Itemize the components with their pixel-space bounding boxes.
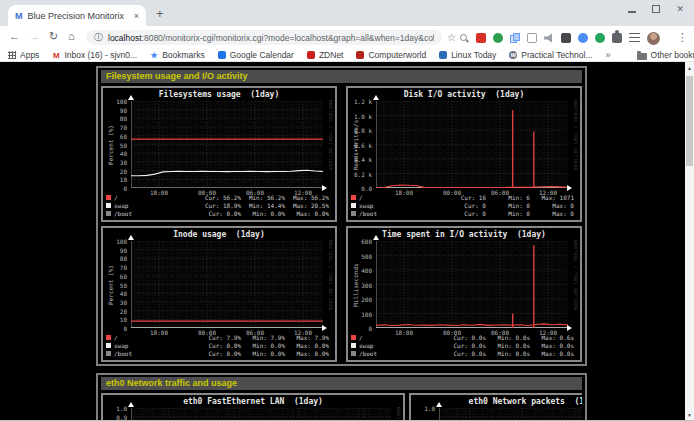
bookmark-item[interactable]: Google Calendar bbox=[218, 50, 294, 60]
close-button[interactable]: ✕ bbox=[676, 4, 684, 14]
legend-row: /Cur: 0.0sMin: 0.0sMax: 0.6s bbox=[348, 334, 580, 342]
chart-title: Inode usage (1day) bbox=[103, 230, 335, 239]
browser-menu-icon[interactable]: ⋮ bbox=[677, 31, 688, 44]
legend-stat: Cur: 18.9% bbox=[171, 202, 241, 209]
chart-panel-inode-usage[interactable]: Inode usage (1day)Percent (%)01020304050… bbox=[101, 226, 337, 362]
y-tick-label: 100 bbox=[103, 98, 127, 105]
plot-area bbox=[131, 101, 323, 188]
globe-extension-icon[interactable] bbox=[493, 33, 503, 43]
extensions-row bbox=[459, 31, 660, 45]
y-tick-label: 0.8 k bbox=[348, 127, 372, 134]
legend-stat: Cur: 0.0% bbox=[171, 342, 241, 349]
chart-panel-filesystems-usage[interactable]: Filesystems usage (1day)Percent (%)01020… bbox=[101, 86, 337, 222]
scroll-up-icon[interactable]: ▲ bbox=[685, 65, 694, 71]
rrdtool-watermark: RRDTOOL / TOBI OETIKER bbox=[573, 240, 578, 311]
chart-panel-eth0-packets[interactable]: eth0 Network packets (1day)Packets/s1.0R… bbox=[409, 393, 582, 421]
legend-stat: Min: 0 bbox=[490, 202, 530, 209]
legend-stat: Cur: 0.0% bbox=[171, 350, 241, 357]
chart-panel-disk-io[interactable]: Disk I/O activity (1day)Reads+Writes/s0.… bbox=[346, 86, 582, 222]
browser-toolbar: ← → ↻ ⌂ ⓘ localhost:8080/monitorix-cgi/m… bbox=[0, 26, 694, 49]
apps-grid-icon bbox=[8, 51, 16, 59]
star-icon: ★ bbox=[150, 51, 158, 59]
legend-row: /bootCur: 0.0%Min: 0.0%Max: 0.0% bbox=[103, 350, 335, 358]
chart-time-spent-io: Time spent in I/O activity (1day)Millise… bbox=[348, 228, 580, 360]
url-text: localhost:8080/monitorix-cgi/monitorix.c… bbox=[108, 33, 434, 43]
puzzle-extensions-icon[interactable] bbox=[612, 33, 622, 43]
legend-stat: Cur: 0.0s bbox=[416, 350, 486, 357]
bookmarks-overflow-chevron[interactable]: » bbox=[606, 50, 611, 60]
scroll-down-icon[interactable]: ▼ bbox=[685, 412, 694, 418]
y-tick-label: 500 bbox=[348, 253, 372, 260]
legend-swatch bbox=[106, 343, 111, 348]
maximize-button[interactable] bbox=[652, 5, 660, 13]
apps-label: Apps bbox=[20, 50, 39, 60]
gmail-icon: M bbox=[52, 51, 60, 59]
x-axis-arrow-icon bbox=[322, 325, 327, 331]
legend-row: /Cur: 16Min: 6Max: 1071 bbox=[348, 194, 580, 202]
bookmark-item[interactable]: MInbox (16) - sjvn0... bbox=[52, 50, 137, 60]
bookmark-item[interactable]: ZDNet bbox=[307, 50, 344, 60]
other-bookmarks[interactable]: Other bookmarks bbox=[637, 50, 694, 60]
linux-today-icon bbox=[439, 51, 447, 59]
legend-name: / bbox=[114, 334, 118, 341]
chart-inode-usage: Inode usage (1day)Percent (%)01020304050… bbox=[103, 228, 335, 360]
y-tick-label: 600 bbox=[348, 238, 372, 245]
blue-circle-extension-icon[interactable] bbox=[578, 33, 588, 43]
chart-panel-time-spent-io[interactable]: Time spent in I/O activity (1day)Millise… bbox=[346, 226, 582, 362]
y-tick-label: 200 bbox=[348, 296, 372, 303]
frame-extension-icon[interactable] bbox=[527, 33, 537, 43]
monitorix-page: Filesystem usage and I/O activity Filesy… bbox=[0, 62, 685, 421]
site-info-icon[interactable]: ⓘ bbox=[94, 31, 103, 44]
bookmark-star-icon[interactable]: ☆ bbox=[447, 32, 456, 43]
chart-title: eth0 FastEthernet LAN (1day) bbox=[103, 397, 403, 406]
calendar-icon bbox=[218, 51, 226, 59]
bookmark-item[interactable]: WPractical Technol... bbox=[509, 50, 592, 60]
legend-stat: Min: 56.2% bbox=[245, 194, 285, 201]
y-tick-label: 1.0 bbox=[411, 405, 435, 412]
bookmark-item[interactable]: Linux Today bbox=[439, 50, 496, 60]
chart-panel-eth0-lan[interactable]: eth0 FastEthernet LAN (1day)1.00.9RRDTOO… bbox=[101, 393, 405, 421]
dark-square-extension-icon[interactable] bbox=[561, 33, 571, 43]
legend-row: /Cur: 7.9%Min: 7.9%Max: 7.9% bbox=[103, 334, 335, 342]
legend-stat: Min: 7.9% bbox=[245, 334, 285, 341]
legend-swatch bbox=[106, 351, 111, 356]
legend-stat: Max: 56.2% bbox=[289, 194, 329, 201]
chart-eth0-packets: eth0 Network packets (1day)Packets/s1.0R… bbox=[411, 395, 582, 421]
mail-extension-icon[interactable] bbox=[476, 33, 486, 43]
y-tick-label: 10 bbox=[103, 176, 127, 183]
charts-grid-filesystem: Filesystems usage (1day)Percent (%)01020… bbox=[101, 86, 582, 362]
bookmark-item[interactable]: Computerworld bbox=[356, 50, 426, 60]
y-tick-label: 70 bbox=[103, 124, 127, 131]
apps-shortcut[interactable]: Apps bbox=[8, 50, 39, 60]
tab-close-icon[interactable]: × bbox=[134, 11, 139, 21]
minimize-button[interactable] bbox=[628, 11, 636, 13]
url-bar[interactable]: ⓘ localhost:8080/monitorix-cgi/monitorix… bbox=[86, 30, 442, 45]
scrollbar-thumb[interactable] bbox=[686, 76, 693, 166]
legend-swatch bbox=[106, 211, 111, 216]
tab-list-icon[interactable] bbox=[629, 33, 640, 43]
page-scrollbar[interactable]: ▲ ▼ bbox=[685, 62, 694, 421]
legend-stat: Max: 20.5% bbox=[289, 202, 329, 209]
browser-tab[interactable]: M Blue Precision Monitorix × bbox=[8, 5, 146, 26]
home-button[interactable]: ⌂ bbox=[68, 30, 75, 42]
legend-stat: Max: 0.0% bbox=[289, 342, 329, 349]
legend-swatch bbox=[351, 211, 356, 216]
new-tab-button[interactable]: + bbox=[156, 6, 164, 21]
chart-eth0-lan: eth0 FastEthernet LAN (1day)1.00.9RRDTOO… bbox=[103, 395, 403, 421]
reload-button[interactable]: ↻ bbox=[49, 30, 58, 43]
search-extension-icon[interactable] bbox=[459, 33, 469, 43]
y-axis-arrow-icon bbox=[128, 235, 134, 240]
plot-area bbox=[376, 241, 568, 328]
bookmark-item[interactable]: ★Bookmarks bbox=[150, 50, 205, 60]
y-tick-label: 50 bbox=[103, 142, 127, 149]
bookmark-label: Practical Technol... bbox=[521, 50, 592, 60]
legend-swatch bbox=[351, 203, 356, 208]
pages-extension-icon[interactable] bbox=[510, 33, 520, 43]
y-tick-label: 90 bbox=[103, 107, 127, 114]
forward-button[interactable]: → bbox=[29, 30, 40, 42]
back-button[interactable]: ← bbox=[9, 30, 20, 42]
monitorix-favicon-icon: M bbox=[15, 11, 23, 21]
profile-avatar[interactable] bbox=[647, 32, 660, 45]
speaker-extension-icon[interactable] bbox=[544, 33, 554, 43]
green-circle-extension-icon[interactable] bbox=[595, 33, 605, 43]
